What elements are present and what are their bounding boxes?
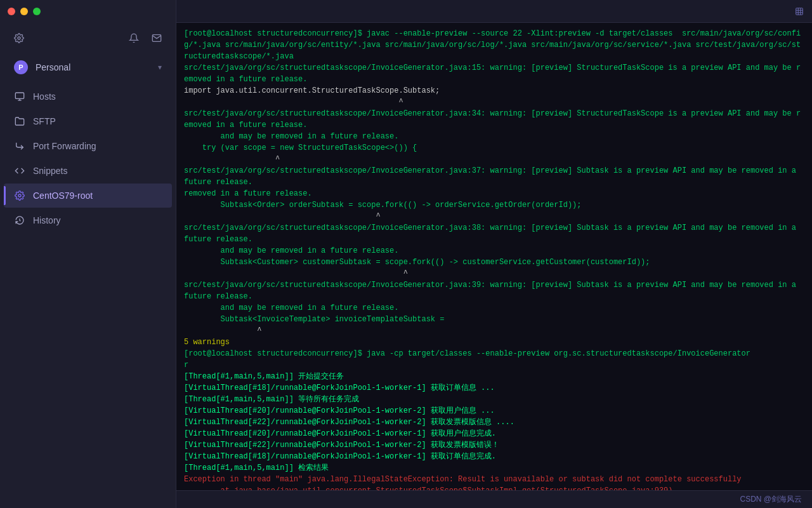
hosts-icon <box>14 91 25 102</box>
notification-button[interactable] <box>125 29 143 47</box>
maximize-button[interactable] <box>33 8 41 15</box>
personal-label: Personal <box>36 62 150 72</box>
sidebar-nav: Hosts SFTP Port Forwarding <box>0 81 176 236</box>
main-terminal-area: [root@localhost structuredconcurrency]$ … <box>176 0 812 508</box>
sidebar-toolbar <box>0 23 176 53</box>
settings-button[interactable] <box>10 29 28 47</box>
snippets-icon <box>14 165 25 177</box>
sidebar-icons-right <box>125 29 166 47</box>
sidebar-item-centos79-root[interactable]: CentOS79-root <box>4 184 172 208</box>
port-forwarding-label: Port Forwarding <box>33 141 162 151</box>
personal-avatar: P <box>14 60 28 74</box>
sidebar-item-snippets[interactable]: Snippets <box>4 159 172 183</box>
sidebar: P Personal ▾ Hosts SFTP <box>0 0 176 508</box>
svg-point-0 <box>18 37 20 39</box>
svg-rect-1 <box>15 93 23 98</box>
close-button[interactable] <box>8 8 15 15</box>
hosts-label: Hosts <box>33 91 162 102</box>
personal-arrow: ▾ <box>158 63 162 72</box>
terminal-titlebar <box>176 0 812 23</box>
titlebar <box>0 0 176 23</box>
centos79-label: CentOS79-root <box>33 190 162 201</box>
sftp-icon <box>14 116 25 127</box>
port-forwarding-icon <box>14 140 25 152</box>
footer-text: CSDN @剑海风云 <box>740 494 802 505</box>
history-label: History <box>33 215 162 225</box>
sidebar-item-sftp[interactable]: SFTP <box>4 109 172 133</box>
resize-icon[interactable] <box>794 6 804 17</box>
personal-section[interactable]: P Personal ▾ <box>4 54 172 81</box>
sidebar-item-hosts[interactable]: Hosts <box>4 84 172 109</box>
terminal-output[interactable]: [root@localhost structuredconcurrency]$ … <box>176 23 812 490</box>
terminal-footer: CSDN @剑海风云 <box>176 490 812 508</box>
minimize-button[interactable] <box>20 8 28 15</box>
sftp-label: SFTP <box>33 116 162 126</box>
sidebar-item-history[interactable]: History <box>4 208 172 232</box>
svg-rect-5 <box>796 8 803 15</box>
svg-point-4 <box>18 194 21 197</box>
compose-button[interactable] <box>148 29 166 47</box>
centos79-icon <box>14 190 25 201</box>
snippets-label: Snippets <box>33 166 162 176</box>
history-icon <box>14 215 25 226</box>
sidebar-item-port-forwarding[interactable]: Port Forwarding <box>4 134 172 158</box>
